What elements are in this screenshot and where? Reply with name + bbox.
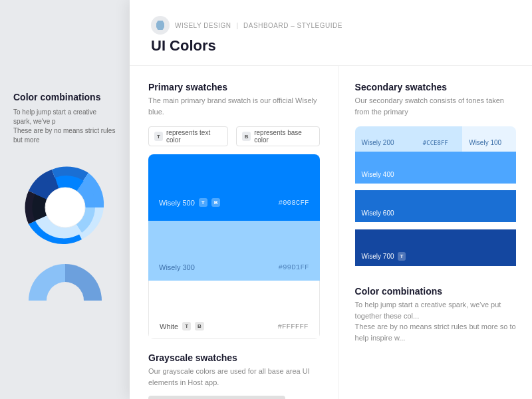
swatch-200-label: Wisely 200 xyxy=(362,139,394,146)
swatch-white-name: White T B xyxy=(160,322,204,331)
color-combinations-right-title: Color combinations xyxy=(355,286,516,297)
brand-logo xyxy=(151,16,170,35)
color-combinations-right-section: Color combinations To help jump start a … xyxy=(355,286,516,343)
breadcrumb-separator: | xyxy=(236,22,238,29)
grayscale-title: Grayscale swatches xyxy=(148,352,320,363)
swatch-500-text: Wisely 500 xyxy=(159,199,195,207)
swatch-white-label-row: White T B #FFFFFF xyxy=(160,322,309,331)
brand-name: WISELY DESIGN xyxy=(175,22,231,29)
grayscale-section: Grayscale swatches Our grayscale colors … xyxy=(148,352,320,399)
swatch-500-badge-t: T xyxy=(199,198,207,207)
swatch-400-label: Wisely 400 xyxy=(362,171,394,178)
swatch-white-badge-t: T xyxy=(182,322,191,331)
legend-text-label: represents text color xyxy=(166,129,222,144)
legend-base-label: represents base color xyxy=(254,129,313,144)
swatch-500-hex: #008CFF xyxy=(278,199,309,207)
swatch-wisely-700: Wisely 700 T xyxy=(355,229,516,266)
swatch-300-label-row: Wisely 300 #99D1FF xyxy=(159,263,309,271)
swatch-wisely-300: Wisely 300 #99D1FF xyxy=(148,221,320,281)
legend-row: T represents text color B represents bas… xyxy=(148,126,320,146)
color-combinations-right-desc: To help jump start a creative spark, we'… xyxy=(355,299,516,343)
swatch-wisely-400: Wisely 400 xyxy=(355,152,516,184)
primary-swatches-title: Primary swatches xyxy=(148,82,320,92)
brand-logo-icon xyxy=(156,21,164,30)
swatch-hex-label: #CCE8FF xyxy=(408,126,462,152)
primary-swatch-container: Wisely 500 T B #008CFF Wisely 300 xyxy=(148,154,320,339)
swatch-300-hex: #99D1FF xyxy=(278,263,309,271)
swatch-white-text: White xyxy=(160,323,178,331)
legend-text-color: T represents text color xyxy=(148,126,228,146)
breadcrumb-section: DASHBOARD – STYLEGUIDE xyxy=(243,22,342,29)
page-header: WISELY DESIGN | DASHBOARD – STYLEGUIDE U… xyxy=(130,0,532,66)
secondary-swatches-desc: Our secondary swatch consists of tones t… xyxy=(355,95,516,117)
swatch-500-label-row: Wisely 500 T B #008CFF xyxy=(159,198,309,207)
two-col-layout: Primary swatches The main primary brand … xyxy=(130,66,532,399)
main-content: WISELY DESIGN | DASHBOARD – STYLEGUIDE U… xyxy=(130,0,532,399)
primary-swatches-section: Primary swatches The main primary brand … xyxy=(148,82,320,339)
donut-chart-bottom xyxy=(25,261,105,307)
swatch-white-badge-b: B xyxy=(195,322,204,331)
swatch-wisely-200: Wisely 200 xyxy=(355,126,409,152)
swatch-600-label: Wisely 600 xyxy=(362,209,394,217)
secondary-swatches-title: Secondary swatches xyxy=(355,82,516,92)
grayscale-desc: Our grayscale colors are used for all ba… xyxy=(148,366,320,388)
legend-b-badge: B xyxy=(242,132,251,141)
swatch-100-label: Wisely 100 xyxy=(469,139,501,146)
swatch-700-badge-t: T xyxy=(398,252,406,261)
swatch-white: White T B #FFFFFF xyxy=(148,281,320,339)
secondary-swatches-section: Secondary swatches Our secondary swatch … xyxy=(355,82,516,273)
sidebar: Color combinations To help jump start a … xyxy=(0,0,130,399)
swatch-700-label: Wisely 700 T xyxy=(362,252,406,261)
secondary-swatch-grid: Wisely 200 #CCE8FF Wisely 100 Wisely 400 xyxy=(355,126,516,273)
sidebar-color-combinations-desc: To help jump start a creative spark, we'… xyxy=(13,108,116,145)
swatch-wisely-500: Wisely 500 T B #008CFF xyxy=(148,154,320,221)
swatch-hex-value: #CCE8FF xyxy=(423,140,448,146)
grayscale-placeholder xyxy=(148,396,285,399)
sidebar-color-combinations-title: Color combinations xyxy=(13,92,116,102)
page-title: UI Colors xyxy=(151,37,511,55)
swatch-300-name: Wisely 300 xyxy=(159,263,195,271)
primary-swatches-desc: The main primary brand swatch is our off… xyxy=(148,95,320,117)
swatch-500-badge-b: B xyxy=(211,198,221,207)
swatch-500-name: Wisely 500 T B xyxy=(159,198,220,207)
swatch-300-text: Wisely 300 xyxy=(159,263,195,271)
breadcrumb: WISELY DESIGN | DASHBOARD – STYLEGUIDE xyxy=(151,16,511,35)
swatch-white-hex: #FFFFFF xyxy=(277,323,308,331)
legend-t-badge: T xyxy=(154,132,163,141)
swatch-wisely-600: Wisely 600 xyxy=(355,190,516,222)
left-column: Primary swatches The main primary brand … xyxy=(130,66,339,399)
donut-chart xyxy=(19,161,112,254)
right-column: Secondary swatches Our secondary swatch … xyxy=(339,66,532,399)
legend-base-color: B represents base color xyxy=(236,126,319,146)
swatch-wisely-100: Wisely 100 xyxy=(462,126,516,152)
